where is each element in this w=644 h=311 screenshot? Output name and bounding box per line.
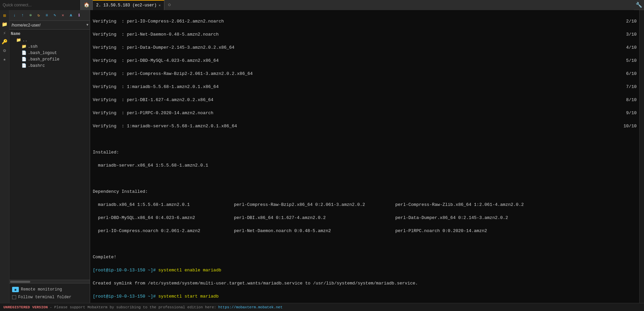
edge-sessions-icon[interactable]: ⚡ xyxy=(1,29,9,37)
terminal-line: Created symlink from /etc/systemd/system… xyxy=(93,280,637,287)
top-bar: 🏠 2. 13.50.5.183 (ec2-user) ✕ ○ 🔧 xyxy=(0,0,644,10)
list-item[interactable]: 📄 .bashrc xyxy=(9,62,90,69)
terminal-line: [root@ip-10-0-13-150 ~]# systemctl start… xyxy=(93,293,637,300)
folder-icon: 📁 xyxy=(22,44,27,49)
tabs-area: 🏠 2. 13.50.5.183 (ec2-user) ✕ ○ xyxy=(81,0,634,10)
quick-connect-input[interactable] xyxy=(0,0,81,10)
rename-button[interactable]: A xyxy=(67,12,75,19)
edge-keys-icon[interactable]: 🔑 xyxy=(1,38,9,46)
right-edge-scrollbar[interactable] xyxy=(639,10,644,303)
delete-button[interactable]: ✕ xyxy=(59,12,67,19)
info-button[interactable]: ℹ xyxy=(75,12,83,19)
file-icon: 📄 xyxy=(22,57,27,62)
edge-files-icon[interactable]: ⊞ xyxy=(1,11,9,19)
list-item[interactable]: 📄 .bash_profile xyxy=(9,56,90,62)
terminal-line xyxy=(93,241,637,248)
follow-folder-item[interactable]: Follow terminal folder xyxy=(12,294,87,301)
scrollbar-thumb[interactable] xyxy=(10,281,30,283)
path-dropdown-arrow[interactable]: ▼ xyxy=(85,23,90,27)
file-icon: 📄 xyxy=(22,50,27,55)
file-toolbar: ↓ ↑ ⊕ ↻ ≡ ✎ ✕ A ℹ xyxy=(9,10,90,21)
parent-folder-icon: 📁 xyxy=(16,38,21,43)
terminal-line: Verifying : 1:mariadb-5.5.68-1.amzn2.0.1… xyxy=(93,84,637,90)
follow-folder-checkbox[interactable] xyxy=(12,295,16,299)
edit-button[interactable]: ✎ xyxy=(51,12,58,19)
file-icon: 📄 xyxy=(22,63,27,68)
terminal-line: Verifying : perl-Net-Daemon-0.48-5.amzn2… xyxy=(93,31,637,38)
download-button[interactable]: ↓ xyxy=(11,12,18,19)
home-tab[interactable]: 🏠 xyxy=(81,0,93,10)
terminal-line: mariadb-server.x86_64 1:5.5.68-1.amzn2.0… xyxy=(93,162,637,169)
active-tab[interactable]: 2. 13.50.5.183 (ec2-user) ✕ xyxy=(93,0,164,10)
sidebar: ↓ ↑ ⊕ ↻ ≡ ✎ ✕ A ℹ ▼ Name 📁 .. 📁 xyxy=(9,10,90,303)
edge-settings-icon[interactable]: ⚙ xyxy=(1,46,9,54)
terminal-line: Verifying : perl-Compress-Raw-Bzip2-2.06… xyxy=(93,71,637,77)
terminal-line: Dependency Installed: xyxy=(93,188,637,195)
unregistered-label: UNREGISTERED VERSION xyxy=(3,305,48,309)
status-bar: UNREGISTERED VERSION - Please support Mo… xyxy=(0,303,644,311)
left-edge-panel: ⊞ 📁 ⚡ 🔑 ⚙ ★ xyxy=(0,10,9,303)
new-folder-button[interactable]: ⊕ xyxy=(27,12,34,19)
status-link[interactable]: https://mobaxterm.mobatek.net xyxy=(218,305,282,309)
terminal-line: Verifying : perl-PlRPC-0.2020-14.amzn2.n… xyxy=(93,110,637,117)
sidebar-bottom: ▦ Remote monitoring Follow terminal fold… xyxy=(9,283,90,303)
terminal-line xyxy=(93,136,637,143)
status-message: - Please support MobaXterm by subscribin… xyxy=(50,305,216,309)
main-content: ⊞ 📁 ⚡ 🔑 ⚙ ★ ↓ ↑ ⊕ ↻ ≡ ✎ ✕ A ℹ ▼ Name xyxy=(0,10,644,303)
file-tree: Name 📁 .. 📁 .ssh 📄 .bash_logout 📄 .bash_… xyxy=(9,30,90,280)
remote-monitoring-label: Remote monitoring xyxy=(21,287,62,292)
terminal-line: Verifying : perl-IO-Compress-2.061-2.amz… xyxy=(93,18,637,25)
monitor-icon: ▦ xyxy=(12,287,19,292)
new-tab-button[interactable]: ○ xyxy=(164,0,174,10)
edge-folder-icon[interactable]: 📁 xyxy=(1,20,9,28)
list-item[interactable]: 📄 .bash_logout xyxy=(9,50,90,56)
terminal-line: Complete! xyxy=(93,254,637,261)
terminal-line: Verifying : perl-DBI-1.627-4.amzn2.0.2.x… xyxy=(93,97,637,103)
refresh-button[interactable]: ↻ xyxy=(35,12,42,19)
path-input[interactable] xyxy=(9,23,85,28)
list-item[interactable]: 📁 .ssh xyxy=(9,43,90,50)
edge-star-icon[interactable]: ★ xyxy=(1,55,9,63)
terminal-line: Verifying : perl-DBD-MySQL-4.023-6.amzn2… xyxy=(93,57,637,64)
follow-folder-label: Follow terminal folder xyxy=(18,295,71,300)
terminal-line: mariadb.x86_64 1:5.5.68-1.amzn2.0.1perl-… xyxy=(93,202,637,208)
path-bar: ▼ xyxy=(9,21,90,30)
remote-monitoring-item[interactable]: ▦ Remote monitoring xyxy=(12,285,87,294)
terminal-area[interactable]: Verifying : perl-IO-Compress-2.061-2.amz… xyxy=(90,10,639,303)
terminal-line: Verifying : 1:mariadb-server-5.5.68-1.am… xyxy=(93,123,637,130)
terminal-line: Installed: xyxy=(93,149,637,156)
upload-button[interactable]: ↑ xyxy=(19,12,26,19)
list-item[interactable]: 📁 .. xyxy=(9,37,90,43)
terminal-line: [root@ip-10-0-13-150 ~]# systemctl enabl… xyxy=(93,267,637,274)
view-button[interactable]: ≡ xyxy=(43,12,50,19)
file-tree-header: Name xyxy=(9,31,90,37)
terminal-line: Verifying : perl-Data-Dumper-2.145-3.amz… xyxy=(93,44,637,51)
horizontal-scrollbar[interactable] xyxy=(9,280,90,283)
terminal-line xyxy=(93,175,637,182)
tab-label: 2. 13.50.5.183 (ec2-user) xyxy=(96,3,157,8)
terminal-line: perl-DBD-MySQL.x86_64 0:4.023-6.amzn2per… xyxy=(93,215,637,221)
settings-icon[interactable]: 🔧 xyxy=(634,0,644,10)
tab-close-button[interactable]: ✕ xyxy=(159,3,161,7)
terminal-line: perl-IO-Compress.noarch 0:2.061-2.amzn2p… xyxy=(93,228,637,234)
